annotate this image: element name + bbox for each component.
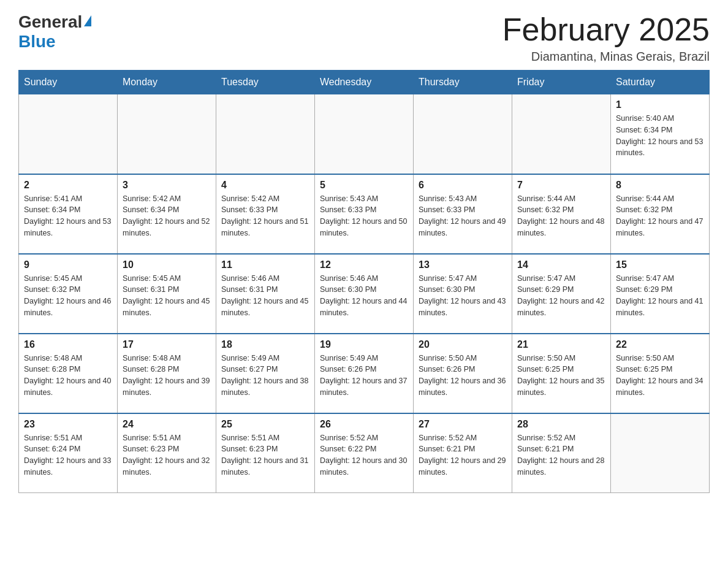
table-row: 12Sunrise: 5:46 AM Sunset: 6:30 PM Dayli… [315, 254, 414, 334]
day-number: 8 [616, 180, 704, 191]
day-info: Sunrise: 5:49 AM Sunset: 6:27 PM Dayligh… [221, 353, 309, 399]
table-row: 2Sunrise: 5:41 AM Sunset: 6:34 PM Daylig… [19, 174, 118, 254]
day-number: 19 [320, 339, 408, 350]
table-row [118, 94, 216, 174]
table-row: 22Sunrise: 5:50 AM Sunset: 6:25 PM Dayli… [611, 334, 710, 413]
day-info: Sunrise: 5:49 AM Sunset: 6:26 PM Dayligh… [320, 353, 408, 399]
calendar-table: Sunday Monday Tuesday Wednesday Thursday… [18, 70, 710, 493]
col-sunday: Sunday [19, 71, 118, 94]
calendar-week-row: 9Sunrise: 5:45 AM Sunset: 6:32 PM Daylig… [19, 254, 710, 334]
col-monday: Monday [118, 71, 216, 94]
day-info: Sunrise: 5:51 AM Sunset: 6:24 PM Dayligh… [24, 432, 112, 478]
day-info: Sunrise: 5:43 AM Sunset: 6:33 PM Dayligh… [419, 193, 507, 239]
table-row: 23Sunrise: 5:51 AM Sunset: 6:24 PM Dayli… [19, 413, 118, 493]
day-number: 21 [517, 339, 605, 350]
col-tuesday: Tuesday [216, 71, 315, 94]
day-number: 4 [221, 180, 309, 191]
table-row: 19Sunrise: 5:49 AM Sunset: 6:26 PM Dayli… [315, 334, 414, 413]
col-thursday: Thursday [414, 71, 512, 94]
table-row: 20Sunrise: 5:50 AM Sunset: 6:26 PM Dayli… [414, 334, 512, 413]
day-number: 16 [24, 339, 112, 350]
logo-general-text: General [18, 12, 82, 32]
calendar-week-row: 16Sunrise: 5:48 AM Sunset: 6:28 PM Dayli… [19, 334, 710, 413]
day-number: 5 [320, 180, 408, 191]
table-row [611, 413, 710, 493]
calendar-week-row: 1Sunrise: 5:40 AM Sunset: 6:34 PM Daylig… [19, 94, 710, 174]
table-row: 10Sunrise: 5:45 AM Sunset: 6:31 PM Dayli… [118, 254, 216, 334]
day-info: Sunrise: 5:50 AM Sunset: 6:26 PM Dayligh… [419, 353, 507, 399]
day-number: 12 [320, 259, 408, 270]
day-number: 26 [320, 419, 408, 430]
table-row: 18Sunrise: 5:49 AM Sunset: 6:27 PM Dayli… [216, 334, 315, 413]
day-number: 1 [616, 99, 704, 110]
day-info: Sunrise: 5:51 AM Sunset: 6:23 PM Dayligh… [221, 432, 309, 478]
day-number: 18 [221, 339, 309, 350]
day-number: 22 [616, 339, 704, 350]
calendar-header-row: Sunday Monday Tuesday Wednesday Thursday… [19, 71, 710, 94]
day-info: Sunrise: 5:46 AM Sunset: 6:31 PM Dayligh… [221, 273, 309, 319]
day-info: Sunrise: 5:52 AM Sunset: 6:21 PM Dayligh… [419, 432, 507, 478]
day-number: 15 [616, 259, 704, 270]
table-row: 21Sunrise: 5:50 AM Sunset: 6:25 PM Dayli… [512, 334, 611, 413]
location-subtitle: Diamantina, Minas Gerais, Brazil [502, 50, 710, 64]
day-info: Sunrise: 5:46 AM Sunset: 6:30 PM Dayligh… [320, 273, 408, 319]
day-info: Sunrise: 5:48 AM Sunset: 6:28 PM Dayligh… [123, 353, 211, 399]
col-wednesday: Wednesday [315, 71, 414, 94]
table-row: 3Sunrise: 5:42 AM Sunset: 6:34 PM Daylig… [118, 174, 216, 254]
table-row: 5Sunrise: 5:43 AM Sunset: 6:33 PM Daylig… [315, 174, 414, 254]
day-number: 23 [24, 419, 112, 430]
day-number: 28 [517, 419, 605, 430]
day-info: Sunrise: 5:47 AM Sunset: 6:29 PM Dayligh… [517, 273, 605, 319]
table-row: 16Sunrise: 5:48 AM Sunset: 6:28 PM Dayli… [19, 334, 118, 413]
day-info: Sunrise: 5:42 AM Sunset: 6:33 PM Dayligh… [221, 193, 309, 239]
day-number: 27 [419, 419, 507, 430]
table-row [414, 94, 512, 174]
table-row: 15Sunrise: 5:47 AM Sunset: 6:29 PM Dayli… [611, 254, 710, 334]
table-row [512, 94, 611, 174]
day-number: 13 [419, 259, 507, 270]
table-row: 24Sunrise: 5:51 AM Sunset: 6:23 PM Dayli… [118, 413, 216, 493]
day-info: Sunrise: 5:52 AM Sunset: 6:22 PM Dayligh… [320, 432, 408, 478]
day-info: Sunrise: 5:44 AM Sunset: 6:32 PM Dayligh… [616, 193, 704, 239]
table-row [19, 94, 118, 174]
day-info: Sunrise: 5:45 AM Sunset: 6:32 PM Dayligh… [24, 273, 112, 319]
table-row [216, 94, 315, 174]
table-row: 4Sunrise: 5:42 AM Sunset: 6:33 PM Daylig… [216, 174, 315, 254]
day-number: 17 [123, 339, 211, 350]
day-info: Sunrise: 5:50 AM Sunset: 6:25 PM Dayligh… [616, 353, 704, 399]
table-row: 6Sunrise: 5:43 AM Sunset: 6:33 PM Daylig… [414, 174, 512, 254]
day-number: 7 [517, 180, 605, 191]
day-info: Sunrise: 5:50 AM Sunset: 6:25 PM Dayligh… [517, 353, 605, 399]
table-row: 28Sunrise: 5:52 AM Sunset: 6:21 PM Dayli… [512, 413, 611, 493]
day-number: 9 [24, 259, 112, 270]
table-row: 13Sunrise: 5:47 AM Sunset: 6:30 PM Dayli… [414, 254, 512, 334]
day-info: Sunrise: 5:44 AM Sunset: 6:32 PM Dayligh… [517, 193, 605, 239]
table-row: 7Sunrise: 5:44 AM Sunset: 6:32 PM Daylig… [512, 174, 611, 254]
day-info: Sunrise: 5:45 AM Sunset: 6:31 PM Dayligh… [123, 273, 211, 319]
col-friday: Friday [512, 71, 611, 94]
day-number: 11 [221, 259, 309, 270]
table-row: 14Sunrise: 5:47 AM Sunset: 6:29 PM Dayli… [512, 254, 611, 334]
day-info: Sunrise: 5:47 AM Sunset: 6:30 PM Dayligh… [419, 273, 507, 319]
title-section: February 2025 Diamantina, Minas Gerais, … [502, 12, 710, 64]
table-row [315, 94, 414, 174]
day-info: Sunrise: 5:43 AM Sunset: 6:33 PM Dayligh… [320, 193, 408, 239]
logo: General Blue [18, 12, 91, 52]
day-info: Sunrise: 5:52 AM Sunset: 6:21 PM Dayligh… [517, 432, 605, 478]
day-info: Sunrise: 5:42 AM Sunset: 6:34 PM Dayligh… [123, 193, 211, 239]
calendar-week-row: 23Sunrise: 5:51 AM Sunset: 6:24 PM Dayli… [19, 413, 710, 493]
table-row: 17Sunrise: 5:48 AM Sunset: 6:28 PM Dayli… [118, 334, 216, 413]
col-saturday: Saturday [611, 71, 710, 94]
page-header: General Blue February 2025 Diamantina, M… [18, 12, 710, 64]
day-info: Sunrise: 5:48 AM Sunset: 6:28 PM Dayligh… [24, 353, 112, 399]
table-row: 1Sunrise: 5:40 AM Sunset: 6:34 PM Daylig… [611, 94, 710, 174]
day-number: 24 [123, 419, 211, 430]
day-number: 6 [419, 180, 507, 191]
table-row: 25Sunrise: 5:51 AM Sunset: 6:23 PM Dayli… [216, 413, 315, 493]
day-number: 14 [517, 259, 605, 270]
table-row: 26Sunrise: 5:52 AM Sunset: 6:22 PM Dayli… [315, 413, 414, 493]
month-title: February 2025 [502, 12, 710, 47]
calendar-week-row: 2Sunrise: 5:41 AM Sunset: 6:34 PM Daylig… [19, 174, 710, 254]
day-number: 25 [221, 419, 309, 430]
table-row: 11Sunrise: 5:46 AM Sunset: 6:31 PM Dayli… [216, 254, 315, 334]
